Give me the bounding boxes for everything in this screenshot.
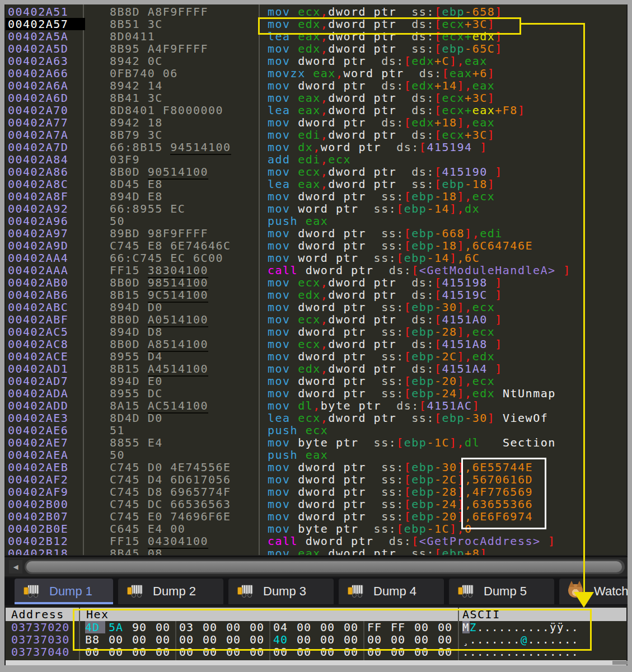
hex-byte[interactable]: 00 <box>297 633 317 646</box>
ascii-char[interactable]: . <box>506 633 513 646</box>
address-cell[interactable]: 00402A77 <box>8 116 68 129</box>
ascii-char[interactable]: . <box>499 633 506 646</box>
disasm-row[interactable]: 00402AEBC745 D0 4E74556Emov dword ptr ss… <box>6 461 626 473</box>
instruction-cell[interactable]: mov ecx,dword ptr ds:[415198 ] <box>268 276 503 289</box>
instruction-cell[interactable]: mov edx,dword ptr ds:[ecx+3C] <box>268 18 495 30</box>
instruction-cell[interactable]: lea ecx,dword ptr ss:[ebp-30] <box>268 412 495 424</box>
dump-address-cell[interactable]: 03737030 <box>11 633 69 646</box>
ascii-char[interactable]: . <box>535 646 542 658</box>
disasm-row[interactable]: 00402A6A8942 14mov dword ptr ds:[edx+14]… <box>6 79 626 92</box>
address-cell[interactable]: 00402AC5 <box>8 326 68 338</box>
address-cell[interactable]: 00402A66 <box>8 67 68 79</box>
dump-address-cell[interactable]: 03737020 <box>11 621 69 633</box>
address-cell[interactable]: 00402A86 <box>8 166 68 178</box>
address-cell[interactable]: 00402AD1 <box>8 363 68 375</box>
disasm-row[interactable]: 00402A8C8D45 E8lea eax,dword ptr ss:[ebp… <box>6 178 626 190</box>
address-cell[interactable]: 00402A6A <box>8 79 68 92</box>
hex-byte[interactable]: 00 <box>226 621 246 633</box>
instruction-cell[interactable]: lea eax,dword ptr ds:[ecx+eax+F8] <box>268 104 525 116</box>
hex-byte[interactable]: 00 <box>344 621 364 633</box>
disasm-row[interactable]: 00402AE651push ecx <box>6 424 626 436</box>
disasm-row[interactable]: 00402AA466:C745 EC 6C00mov word ptr ss:[… <box>6 252 626 264</box>
hex-byte[interactable]: 00 <box>297 646 317 658</box>
instruction-cell[interactable]: push eax <box>268 449 328 461</box>
instruction-cell[interactable]: lea eax,dword ptr ss:[ebp-18] <box>268 178 495 190</box>
instruction-cell[interactable]: lea eax,dword ptr ds:[ecx+edx] <box>268 30 503 43</box>
instruction-cell[interactable]: push eax <box>268 215 328 227</box>
instruction-cell[interactable]: mov dword ptr ss:[ebp-18],6C64746E <box>268 239 533 252</box>
instruction-cell[interactable]: mov edi,dword ptr ds:[ecx+3C] <box>268 129 495 141</box>
instruction-cell[interactable]: mov byte ptr ss:[ebp-1C],0 <box>268 523 472 535</box>
dump-row[interactable]: 037370204D5A90000300000004000000FFFF0000… <box>6 621 626 633</box>
tab-dump-1[interactable]: Dump 1 <box>15 579 113 604</box>
address-cell[interactable]: 00402AA4 <box>8 252 68 264</box>
address-cell[interactable]: 00402AD7 <box>8 375 68 387</box>
address-cell[interactable]: 00402AE6 <box>8 424 68 436</box>
address-cell[interactable]: 00402ABF <box>8 313 68 326</box>
instruction-cell[interactable]: mov dword ptr ds:[edx+18],eax <box>268 116 495 129</box>
address-cell[interactable]: 00402AEA <box>8 449 68 461</box>
ascii-char[interactable]: . <box>499 621 506 633</box>
disasm-row[interactable]: 00402AEA50push eax <box>6 449 626 461</box>
ascii-char[interactable]: @ <box>521 633 528 646</box>
address-cell[interactable]: 00402B0E <box>8 523 68 535</box>
hex-byte[interactable]: FF <box>391 621 411 633</box>
hex-byte[interactable]: FF <box>367 621 387 633</box>
ascii-char[interactable]: ÿ <box>550 621 557 633</box>
hex-byte[interactable]: 90 <box>132 621 152 633</box>
ascii-char[interactable]: . <box>528 646 535 658</box>
instruction-cell[interactable]: mov ecx,dword ptr ss:[ebp-658] <box>268 6 503 18</box>
ascii-char[interactable]: . <box>564 633 572 646</box>
instruction-cell[interactable]: mov ecx,dword ptr ds:[415190 ] <box>268 166 503 178</box>
address-cell[interactable]: 00402AF2 <box>8 473 68 486</box>
instruction-cell[interactable]: mov dword ptr ss:[ebp-24],edx <box>268 387 495 400</box>
tab-dump-5[interactable]: Dump 5 <box>449 579 554 604</box>
ascii-char[interactable]: . <box>477 621 484 633</box>
ascii-char[interactable]: . <box>572 646 579 658</box>
hex-byte[interactable]: 00 <box>226 633 246 646</box>
disasm-row[interactable]: 00402AF9C745 D8 6965774Fmov dword ptr ss… <box>6 486 626 498</box>
ascii-char[interactable]: . <box>491 621 499 633</box>
instruction-cell[interactable]: mov dword ptr ss:[ebp-30],ecx <box>268 301 495 313</box>
address-cell[interactable]: 00402AB0 <box>8 276 68 289</box>
instruction-cell[interactable]: add edi,ecx <box>268 153 351 166</box>
instruction-cell[interactable]: mov dword ptr ds:[edx+14],eax <box>268 79 495 92</box>
hex-byte[interactable]: 00 <box>203 646 223 658</box>
disasm-row[interactable]: 00402A868B0D 90514100mov ecx,dword ptr d… <box>6 166 626 178</box>
ascii-char[interactable]: . <box>564 646 572 658</box>
hex-byte[interactable]: 00 <box>109 646 129 658</box>
tab-dump-4[interactable]: Dump 4 <box>339 579 444 604</box>
ascii-char[interactable]: . <box>470 646 477 658</box>
disasm-row[interactable]: 00402B188B45 08mov eax,dword ptr ss:[ebp… <box>6 547 626 555</box>
ascii-char[interactable]: . <box>506 621 513 633</box>
disasm-row[interactable]: 00402B00C745 DC 66536563mov dword ptr ss… <box>6 498 626 510</box>
hex-byte[interactable]: 00 <box>438 633 458 646</box>
hex-byte[interactable]: 00 <box>367 646 387 658</box>
hex-byte[interactable]: 00 <box>438 646 458 658</box>
ascii-char[interactable]: . <box>521 621 528 633</box>
disasm-row[interactable]: 00402A708D8401 F8000000lea eax,dword ptr… <box>6 104 626 116</box>
scrollbar-track[interactable] <box>25 560 625 574</box>
disasm-row[interactable]: 00402AC5894D D8mov dword ptr ss:[ebp-28]… <box>6 326 626 338</box>
dump-row[interactable]: 03737030B8000000000000004000000000000000… <box>6 633 626 646</box>
hex-byte[interactable]: 00 <box>344 646 364 658</box>
hex-byte[interactable]: 00 <box>132 646 152 658</box>
address-cell[interactable]: 00402ACE <box>8 350 68 363</box>
hex-byte[interactable]: 03 <box>179 621 199 633</box>
ascii-char[interactable]: . <box>542 646 550 658</box>
address-cell[interactable]: 00402A7D <box>8 141 68 153</box>
instruction-cell[interactable]: mov edx,dword ptr ds:[4151A4 ] <box>268 363 503 375</box>
ascii-char[interactable]: . <box>557 633 564 646</box>
disasm-row[interactable]: 00402A518B8D A8F9FFFFmov ecx,dword ptr s… <box>6 6 626 18</box>
ascii-char[interactable]: . <box>572 633 579 646</box>
disasm-row[interactable]: 00402B07C745 E0 74696F6Emov dword ptr ss… <box>6 510 626 523</box>
hex-byte[interactable]: 00 <box>391 633 411 646</box>
hex-byte[interactable]: 40 <box>273 633 293 646</box>
hex-byte[interactable]: 04 <box>273 621 293 633</box>
ascii-char[interactable]: . <box>513 621 521 633</box>
instruction-cell[interactable]: mov eax,dword ptr ds:[ecx+3C] <box>268 92 495 104</box>
address-cell[interactable]: 00402A70 <box>8 104 68 116</box>
address-cell[interactable]: 00402B18 <box>8 547 68 555</box>
address-cell[interactable]: 00402ADA <box>8 387 68 400</box>
address-cell[interactable]: 00402A5D <box>8 43 68 55</box>
